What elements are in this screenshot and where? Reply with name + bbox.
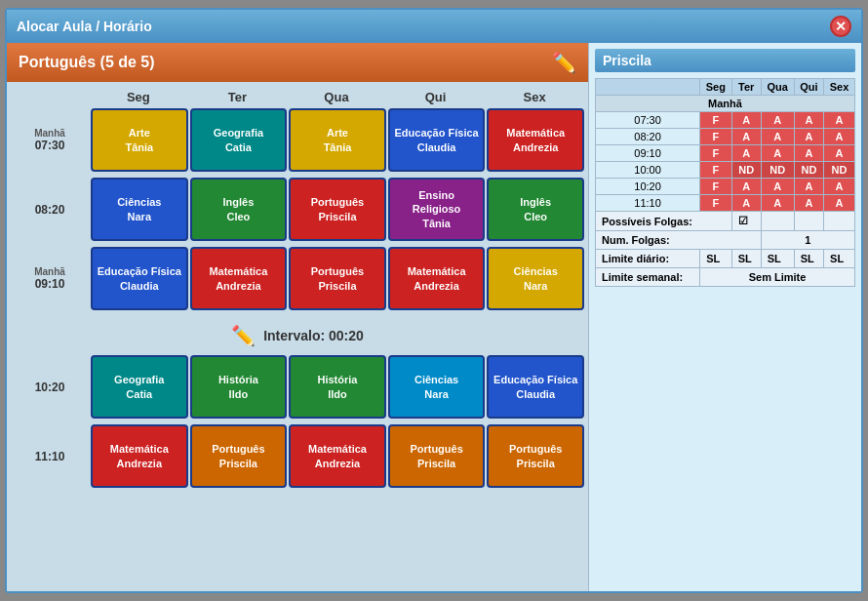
- avail-cell[interactable]: A: [731, 112, 761, 129]
- avail-cell[interactable]: A: [761, 129, 794, 145]
- avail-cell[interactable]: ND: [731, 162, 761, 179]
- day-qui: Qui: [386, 90, 486, 104]
- table-row: 11:10 F A A A A: [596, 195, 855, 212]
- avail-cell[interactable]: F: [700, 195, 732, 212]
- avail-cell[interactable]: A: [794, 145, 823, 162]
- cell-0820-seg[interactable]: CiênciasNara: [91, 178, 188, 241]
- avail-cell[interactable]: A: [824, 129, 855, 145]
- time-row-0730: Manhã 07:30 ArteTânia GeografiaCatia Art…: [11, 108, 584, 172]
- time-label-0730: Manhã 07:30: [11, 108, 89, 172]
- right-panel-title: Priscila: [595, 49, 855, 72]
- cell-1110-ter[interactable]: PortuguêsPriscila: [190, 424, 288, 488]
- cell-0910-ter[interactable]: MatemáticaAndrezia: [190, 247, 288, 310]
- col-header-qua: Qua: [761, 79, 794, 96]
- avail-cell[interactable]: A: [731, 179, 761, 195]
- daily-sl-ter: SL: [731, 250, 761, 268]
- cell-0910-sex[interactable]: CiênciasNara: [487, 247, 584, 310]
- col-header-ter: Ter: [731, 79, 761, 96]
- cell-1020-qua[interactable]: HistóriaIldo: [289, 355, 386, 419]
- cell-0910-qua[interactable]: PortuguêsPriscila: [289, 247, 386, 310]
- cell-1020-sex[interactable]: Educação FísicaClaudia: [487, 355, 584, 419]
- avail-cell[interactable]: A: [761, 195, 794, 212]
- cell-0730-seg[interactable]: ArteTânia: [91, 108, 188, 172]
- time-cell: 11:10: [596, 195, 700, 212]
- avail-cell[interactable]: F: [700, 145, 732, 162]
- time-label-1020: 10:20: [11, 355, 89, 419]
- avail-cell[interactable]: A: [794, 112, 823, 129]
- availability-table: Seg Ter Qua Qui Sex Manhã 07:30 F A: [595, 78, 855, 287]
- subject-title: Português (5 de 5): [19, 54, 155, 71]
- num-gaps-value: 1: [761, 231, 854, 250]
- col-header-seg: Seg: [700, 79, 732, 96]
- time-row-1110: 11:10 MatemáticaAndrezia PortuguêsPrisci…: [11, 424, 584, 488]
- daily-limit-row: Limite diário: SL SL SL SL SL: [596, 250, 855, 268]
- avail-cell[interactable]: A: [794, 129, 823, 145]
- possible-gaps-row: Possíveis Folgas: ☑: [596, 212, 855, 231]
- avail-cell[interactable]: A: [824, 179, 855, 195]
- gap-check-4[interactable]: [824, 212, 855, 231]
- cell-1110-seg[interactable]: MatemáticaAndrezia: [91, 424, 188, 488]
- avail-cell[interactable]: ND: [824, 162, 855, 179]
- gap-check-2[interactable]: [761, 212, 794, 231]
- avail-cell[interactable]: F: [700, 162, 732, 179]
- daily-sl-qui: SL: [794, 250, 823, 268]
- cell-0730-sex[interactable]: MatemáticaAndrezia: [487, 108, 584, 172]
- avail-cell[interactable]: A: [761, 112, 794, 129]
- gap-check-3[interactable]: [794, 212, 823, 231]
- col-header-empty: [596, 79, 700, 96]
- time-cell: 10:00: [596, 162, 700, 179]
- main-window: Alocar Aula / Horário ✕ Português (5 de …: [5, 8, 863, 593]
- avail-cell[interactable]: A: [824, 112, 855, 129]
- cell-0820-qui[interactable]: Ensino ReligiosoTânia: [388, 178, 486, 241]
- cell-1020-ter[interactable]: HistóriaIldo: [190, 355, 288, 419]
- title-bar: Alocar Aula / Horário ✕: [7, 10, 861, 43]
- avail-cell[interactable]: ND: [794, 162, 823, 179]
- time-cell: 07:30: [596, 112, 700, 129]
- interval-label: Intervalo: 00:20: [263, 328, 364, 343]
- cell-0730-ter[interactable]: GeografiaCatia: [190, 108, 288, 172]
- cell-1020-seg[interactable]: GeografiaCatia: [91, 355, 188, 419]
- daily-sl-qua: SL: [761, 250, 794, 268]
- avail-cell[interactable]: A: [731, 145, 761, 162]
- num-gaps-row: Num. Folgas: 1: [596, 231, 855, 250]
- avail-cell[interactable]: A: [794, 179, 823, 195]
- avail-cell[interactable]: A: [824, 195, 855, 212]
- avail-cell[interactable]: F: [700, 112, 732, 129]
- schedule-container[interactable]: Seg Ter Qua Qui Sex Manhã 07:30 ArteTâni…: [7, 82, 588, 591]
- cell-1110-qua[interactable]: MatemáticaAndrezia: [289, 424, 386, 488]
- avail-cell[interactable]: F: [700, 129, 732, 145]
- cell-0820-ter[interactable]: InglêsCleo: [190, 178, 288, 241]
- daily-sl-seg: SL: [700, 250, 732, 268]
- cell-0730-qua[interactable]: ArteTânia: [289, 108, 386, 172]
- cell-1110-qui[interactable]: PortuguêsPriscila: [388, 424, 486, 488]
- period-manha-label: Manhã: [596, 96, 855, 112]
- cell-1020-qui[interactable]: CiênciasNara: [388, 355, 486, 419]
- avail-cell[interactable]: A: [824, 145, 855, 162]
- avail-cell[interactable]: A: [731, 195, 761, 212]
- avail-cell[interactable]: ND: [761, 162, 794, 179]
- close-button[interactable]: ✕: [830, 16, 851, 37]
- avail-cell[interactable]: F: [700, 179, 732, 195]
- cell-0910-seg[interactable]: Educação FísicaClaudia: [91, 247, 188, 310]
- cell-0820-qua[interactable]: PortuguêsPriscila: [289, 178, 386, 241]
- avail-cell[interactable]: A: [794, 195, 823, 212]
- pencil-icon: ✏️: [552, 51, 576, 74]
- possible-gaps-label: Possíveis Folgas:: [596, 212, 732, 231]
- cell-0730-qui[interactable]: Educação FísicaClaudia: [388, 108, 486, 172]
- weekly-limit-label: Limite semanal:: [596, 268, 700, 287]
- interval-bar: ✏️ Intervalo: 00:20: [11, 316, 584, 355]
- time-cell: 08:20: [596, 129, 700, 145]
- cell-0910-qui[interactable]: MatemáticaAndrezia: [388, 247, 486, 310]
- cell-1110-sex[interactable]: PortuguêsPriscila: [487, 424, 584, 488]
- avail-cell[interactable]: A: [731, 129, 761, 145]
- time-row-0820: 08:20 CiênciasNara InglêsCleo PortuguêsP…: [11, 178, 584, 241]
- left-panel: Português (5 de 5) ✏️ Seg Ter Qua Qui Se…: [7, 43, 588, 591]
- eraser-icon: ✏️: [231, 324, 256, 347]
- table-row: 09:10 F A A A A: [596, 145, 855, 162]
- day-qua: Qua: [287, 90, 386, 104]
- avail-cell[interactable]: A: [761, 145, 794, 162]
- avail-cell[interactable]: A: [761, 179, 794, 195]
- table-row: 07:30 F A A A A: [596, 112, 855, 129]
- cell-0820-sex[interactable]: InglêsCleo: [487, 178, 584, 241]
- gap-check-1[interactable]: ☑: [731, 212, 761, 231]
